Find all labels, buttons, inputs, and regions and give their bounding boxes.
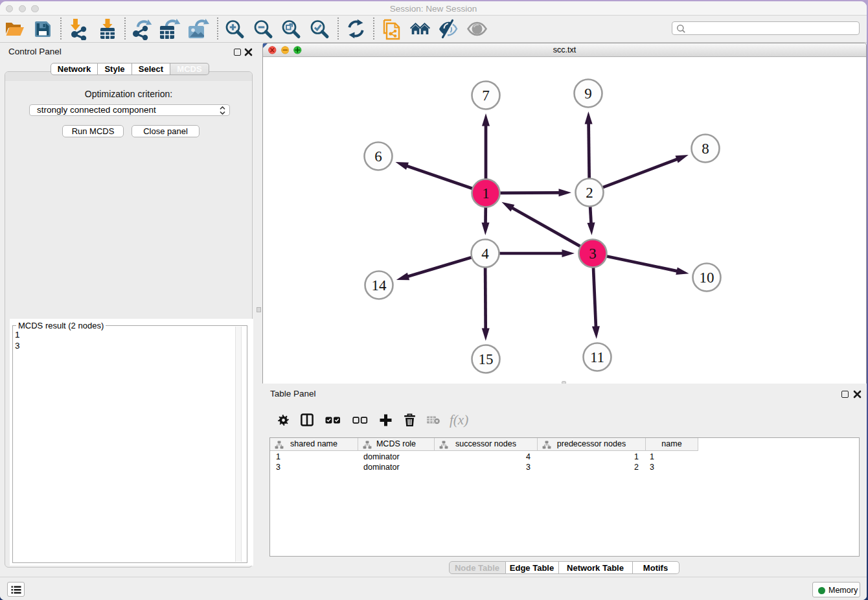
- svg-text:4: 4: [481, 246, 489, 262]
- svg-text:11: 11: [590, 349, 604, 365]
- svg-text:7: 7: [482, 87, 490, 104]
- svg-text:10: 10: [700, 270, 714, 286]
- svg-text:9: 9: [584, 86, 592, 102]
- svg-text:8: 8: [702, 141, 709, 157]
- svg-text:6: 6: [374, 148, 382, 165]
- svg-text:3: 3: [589, 246, 597, 262]
- svg-text:14: 14: [372, 277, 387, 294]
- svg-text:1: 1: [482, 185, 490, 202]
- svg-text:2: 2: [586, 185, 593, 201]
- svg-text:15: 15: [479, 351, 494, 367]
